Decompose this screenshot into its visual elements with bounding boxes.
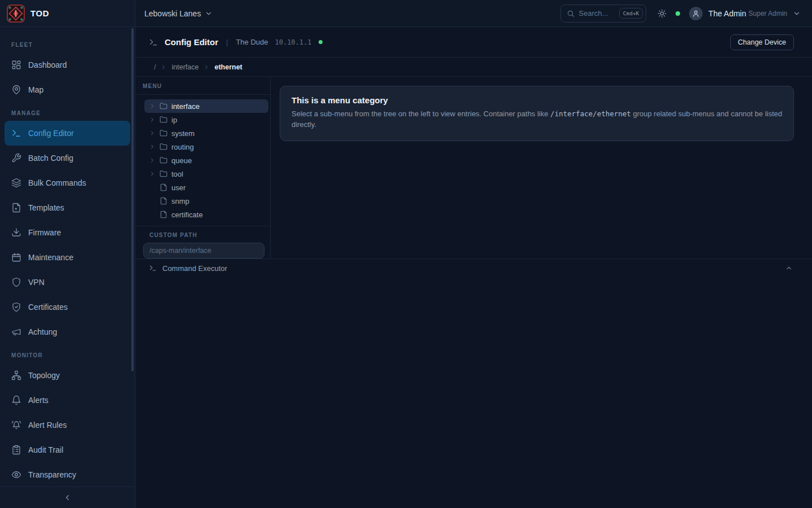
topbar-right: Search... Cmd+K The Admin Super Admin — [561, 5, 801, 23]
search-shortcut-badge: Cmd+K — [619, 8, 643, 19]
sidebar-item-transparency[interactable]: Transparency — [5, 462, 130, 487]
sidebar-item-alerts[interactable]: Alerts — [5, 388, 130, 413]
chevron-right-icon[interactable] — [149, 116, 156, 123]
chevron-right-icon[interactable] — [149, 143, 156, 150]
tree-item-label: snmp — [171, 197, 189, 205]
chevron-up-icon[interactable] — [785, 264, 793, 272]
sidebar-item-batch-config[interactable]: Batch Config — [5, 146, 130, 170]
folder-icon — [160, 102, 167, 110]
org-switcher[interactable]: Lebowski Lanes — [144, 9, 213, 18]
sidebar-item-label: Audit Trail — [28, 445, 63, 454]
sidebar-collapse-button[interactable] — [0, 487, 135, 508]
shield-check-icon — [11, 302, 21, 312]
section-label-fleet: FLEET — [5, 42, 130, 48]
sidebar-item-label: Map — [28, 85, 43, 94]
tree-item-tool[interactable]: tool — [144, 167, 268, 181]
tree-item-queue[interactable]: queue — [144, 154, 268, 167]
sidebar-nav: FLEET Dashboard Map MANAGE Config Editor — [0, 27, 135, 487]
command-executor-label: Command Executor — [162, 264, 227, 273]
terminal-icon — [149, 264, 157, 272]
menu-tree-panel: MENU interface ip s — [135, 77, 271, 259]
file-code-icon — [11, 203, 21, 213]
sidebar-item-certificates[interactable]: Certificates — [5, 295, 130, 319]
sidebar-item-maintenance[interactable]: Maintenance — [5, 245, 130, 270]
sidebar-item-topology[interactable]: Topology — [5, 363, 130, 388]
change-device-button[interactable]: Change Device — [730, 34, 794, 50]
sidebar-item-config-editor[interactable]: Config Editor — [5, 121, 130, 146]
device-online-dot — [319, 40, 323, 44]
sidebar-item-bulk-commands[interactable]: Bulk Commands — [5, 170, 130, 195]
tree-item-ip[interactable]: ip — [144, 113, 268, 126]
menu-category-info-card: This is a menu category Select a sub-men… — [280, 86, 794, 141]
chevron-right-icon[interactable] — [149, 130, 156, 137]
user-menu[interactable]: The Admin Super Admin — [689, 7, 801, 20]
connection-status-dot — [676, 11, 680, 16]
sidebar-item-templates[interactable]: Templates — [5, 195, 130, 220]
calendar-icon — [11, 252, 21, 262]
main-area: Lebowski Lanes Search... Cmd+K The Admin… — [135, 0, 812, 508]
search-icon — [567, 10, 575, 17]
sidebar-item-label: Batch Config — [28, 154, 73, 163]
sidebar-item-audit-trail[interactable]: Audit Trail — [5, 437, 130, 462]
nav-section-monitor: MONITOR Topology Alerts Alert Rules Audi… — [5, 352, 130, 487]
section-label-monitor: MONITOR — [5, 352, 130, 358]
bell-ring-icon — [11, 420, 21, 430]
folder-icon — [160, 116, 167, 124]
custom-path-input[interactable] — [143, 243, 264, 259]
tree-item-user[interactable]: user — [144, 181, 268, 194]
tree-item-interface[interactable]: interface — [144, 99, 268, 113]
sidebar-item-label: Templates — [28, 203, 64, 212]
sidebar-item-label: Certificates — [28, 303, 68, 312]
sidebar-item-label: Alert Rules — [28, 421, 67, 430]
theme-toggle-sun-icon[interactable] — [657, 9, 667, 18]
search-input[interactable]: Search... Cmd+K — [561, 5, 646, 23]
sidebar-item-firmware[interactable]: Firmware — [5, 220, 130, 245]
empty-region — [135, 277, 812, 508]
sidebar-item-label: Achtung — [28, 327, 57, 336]
sidebar-item-map[interactable]: Map — [5, 77, 130, 102]
tree-item-snmp[interactable]: snmp — [144, 194, 268, 208]
device-name: The Dude — [236, 38, 268, 46]
chevron-left-icon — [63, 493, 72, 502]
folder-icon — [160, 170, 167, 178]
tree-item-label: routing — [171, 143, 194, 151]
sidebar-item-label: Alerts — [28, 396, 48, 405]
file-icon — [160, 211, 167, 218]
network-icon — [11, 370, 21, 380]
tree-item-system[interactable]: system — [144, 126, 268, 140]
breadcrumb-root[interactable]: / — [154, 63, 156, 71]
tree-item-routing[interactable]: routing — [144, 140, 268, 154]
sidebar-item-label: Firmware — [28, 228, 61, 237]
breadcrumb-segment[interactable]: interface — [171, 63, 198, 71]
tree-item-label: certificate — [171, 211, 203, 219]
user-role: Super Admin — [748, 10, 787, 17]
info-body-code: /interface/ethernet — [550, 110, 631, 118]
map-pin-icon — [11, 85, 21, 95]
chevron-right-icon[interactable] — [149, 103, 156, 110]
tree-item-certificate[interactable]: certificate — [144, 208, 268, 221]
sidebar-item-dashboard[interactable]: Dashboard — [5, 52, 130, 77]
file-icon — [160, 197, 167, 205]
chevron-right-icon[interactable] — [149, 170, 156, 177]
megaphone-icon — [11, 327, 21, 337]
shield-icon — [11, 277, 21, 287]
page-header: Config Editor | The Dude 10.10.1.1 Chang… — [135, 27, 812, 58]
sidebar-item-vpn[interactable]: VPN — [5, 270, 130, 295]
nav-section-fleet: FLEET Dashboard Map — [5, 42, 130, 102]
sidebar-scrollbar[interactable] — [131, 28, 134, 371]
chevron-right-icon[interactable] — [149, 157, 156, 164]
info-card-body: Select a sub-menu from the tree on the l… — [292, 109, 782, 130]
chevron-right-icon — [160, 64, 167, 71]
tree-item-label: interface — [171, 102, 200, 111]
tree-item-label: user — [171, 183, 186, 192]
chevron-down-icon — [793, 10, 801, 17]
sidebar-item-label: Topology — [28, 371, 60, 380]
menu-tree: interface ip system — [135, 95, 270, 226]
info-body-text: Select a sub-menu from the tree on the l… — [292, 110, 550, 118]
sidebar-item-alert-rules[interactable]: Alert Rules — [5, 413, 130, 437]
sidebar-item-label: VPN — [28, 278, 45, 287]
command-executor-bar[interactable]: Command Executor — [135, 259, 812, 277]
tree-item-label: system — [171, 129, 195, 138]
sidebar-item-label: Maintenance — [28, 253, 73, 262]
sidebar-item-achtung[interactable]: Achtung — [5, 319, 130, 344]
